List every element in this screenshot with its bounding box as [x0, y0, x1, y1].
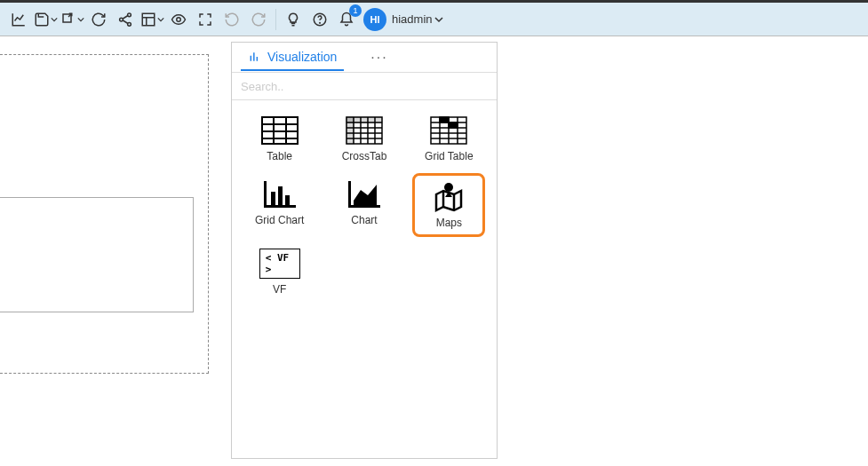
viz-grid-chart[interactable]: Grid Chart — [243, 173, 316, 237]
grid-chart-icon — [259, 178, 300, 210]
svg-rect-15 — [264, 205, 296, 208]
viz-chart[interactable]: Chart — [328, 173, 401, 237]
layout-dropdown-icon[interactable] — [139, 6, 165, 33]
export-dropdown-icon[interactable] — [59, 6, 85, 33]
svg-rect-18 — [285, 195, 290, 205]
viz-label: CrossTab — [342, 150, 387, 162]
bar-chart-icon — [248, 51, 262, 63]
canvas-dashed-container — [0, 54, 209, 374]
visualization-panel: Visualization ··· Table CrossTab — [231, 42, 498, 459]
refresh-icon[interactable] — [85, 6, 112, 33]
viz-label: Maps — [436, 217, 462, 229]
notification-icon[interactable]: 1 — [333, 6, 360, 33]
crosstab-icon — [344, 115, 385, 146]
search-input[interactable] — [241, 75, 488, 98]
undo-icon — [219, 6, 245, 33]
username-label: hiadmin — [392, 12, 433, 26]
tab-more-icon[interactable]: ··· — [370, 50, 387, 66]
user-menu[interactable]: hiadmin — [392, 12, 443, 26]
table-icon — [259, 115, 300, 146]
fullscreen-icon[interactable] — [192, 6, 219, 33]
grid-table-icon — [428, 115, 469, 146]
viz-maps[interactable]: Maps — [412, 173, 485, 237]
chart-line-icon[interactable] — [5, 6, 32, 33]
save-dropdown-icon[interactable] — [32, 6, 59, 33]
toolbar-separator — [275, 9, 276, 30]
panel-tab-bar: Visualization ··· — [232, 43, 497, 73]
visualization-grid: Table CrossTab Grid Table Grid Chart — [232, 100, 497, 310]
svg-rect-10 — [346, 117, 354, 144]
canvas-inner-box[interactable] — [0, 197, 194, 312]
maps-icon — [428, 181, 469, 213]
chart-icon — [344, 178, 385, 210]
svg-rect-3 — [142, 13, 155, 26]
viz-label: Grid Chart — [255, 214, 304, 226]
viz-table[interactable]: Table — [243, 109, 316, 168]
svg-rect-16 — [271, 192, 275, 205]
canvas-area — [0, 36, 226, 466]
viz-label: Chart — [351, 214, 377, 226]
svg-point-4 — [177, 17, 181, 21]
svg-rect-13 — [449, 122, 458, 128]
svg-rect-17 — [278, 186, 283, 205]
viz-label: Grid Table — [425, 150, 473, 162]
viz-crosstab[interactable]: CrossTab — [328, 109, 401, 168]
svg-rect-19 — [348, 181, 351, 208]
viz-label: VF — [273, 283, 286, 296]
avatar[interactable]: HI — [363, 8, 386, 31]
help-icon[interactable] — [307, 6, 333, 33]
svg-point-21 — [444, 183, 453, 192]
share-icon[interactable] — [112, 6, 139, 33]
vf-icon: < VF > — [259, 248, 300, 280]
tab-visualization[interactable]: Visualization — [241, 44, 344, 71]
tab-label: Visualization — [267, 50, 337, 64]
lightbulb-icon[interactable] — [280, 6, 307, 33]
svg-rect-20 — [348, 205, 380, 208]
redo-icon — [245, 6, 272, 33]
viz-grid-table[interactable]: Grid Table — [412, 109, 485, 168]
eye-icon[interactable] — [165, 6, 192, 33]
main-toolbar: 1 HI hiadmin — [0, 3, 868, 36]
svg-point-6 — [320, 22, 321, 23]
notification-badge: 1 — [349, 4, 362, 17]
svg-rect-12 — [440, 117, 449, 122]
viz-vf[interactable]: < VF > VF — [243, 242, 316, 301]
viz-label: Table — [267, 150, 292, 162]
svg-rect-14 — [264, 181, 267, 208]
